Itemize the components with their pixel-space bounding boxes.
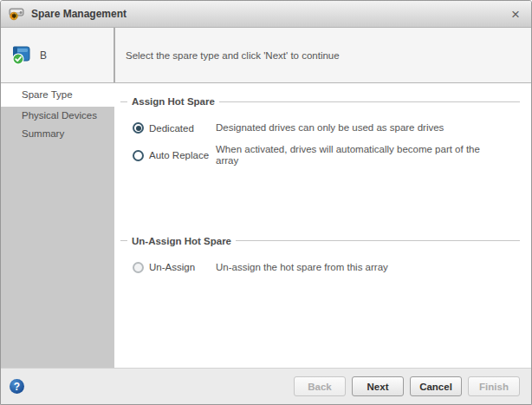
titlebar[interactable]: ✱ Spare Management × bbox=[1, 1, 531, 28]
radio-dedicated-label[interactable]: Dedicated bbox=[149, 123, 194, 134]
footer-bar: ? Back Next Cancel Finish bbox=[1, 368, 531, 404]
option-row-unassign: Un-Assign Un-assign the hot spare from t… bbox=[133, 262, 520, 274]
next-button[interactable]: Next bbox=[352, 376, 404, 396]
array-icon bbox=[11, 46, 32, 65]
option-row-dedicated: Dedicated Designated drives can only be … bbox=[133, 122, 520, 134]
array-name: B bbox=[40, 49, 47, 62]
spare-management-icon: ✱ bbox=[9, 7, 25, 21]
spare-management-window: ✱ Spare Management × B Select the spare … bbox=[0, 0, 532, 405]
radio-unassign[interactable] bbox=[133, 262, 144, 273]
window-title: Spare Management bbox=[31, 8, 127, 20]
unassign-hot-spare-title: Un-Assign Hot Spare bbox=[127, 236, 236, 246]
assign-hot-spare-title: Assign Hot Spare bbox=[127, 96, 219, 107]
wizard-instruction: Select the spare type and click 'Next' t… bbox=[126, 50, 340, 61]
auto-replace-description: When activated, drives will automaticall… bbox=[216, 144, 495, 167]
sidebar-item-physical-devices[interactable]: Physical Devices bbox=[1, 107, 114, 125]
radio-unassign-label[interactable]: Un-Assign bbox=[149, 262, 195, 272]
cancel-button[interactable]: Cancel bbox=[410, 376, 462, 396]
sidebar-item-summary[interactable]: Summary bbox=[1, 125, 114, 143]
array-identity: B bbox=[1, 28, 114, 82]
radio-auto-replace[interactable] bbox=[133, 150, 144, 161]
dedicated-description: Designated drives can only be used as sp… bbox=[216, 122, 444, 134]
finish-button[interactable]: Finish bbox=[468, 376, 520, 396]
unassign-hot-spare-section: Un-Assign Hot Spare Un-Assign Un-assign … bbox=[120, 236, 520, 274]
sidebar-item-spare-type[interactable]: Spare Type bbox=[1, 83, 114, 107]
back-button[interactable]: Back bbox=[294, 376, 346, 396]
wizard-buttons: Back Next Cancel Finish bbox=[294, 376, 520, 396]
option-row-auto-replace: Auto Replace When activated, drives will… bbox=[133, 144, 520, 167]
assign-hot-spare-section: Assign Hot Spare Dedicated Designated dr… bbox=[120, 96, 520, 167]
svg-text:✱: ✱ bbox=[11, 12, 17, 20]
radio-auto-replace-label[interactable]: Auto Replace bbox=[149, 150, 209, 160]
wizard-content: Assign Hot Spare Dedicated Designated dr… bbox=[114, 83, 531, 368]
unassign-description: Un-assign the hot spare from this array bbox=[216, 262, 388, 274]
close-icon[interactable]: × bbox=[508, 7, 523, 22]
wizard-steps-sidebar: Spare Type Physical Devices Summary bbox=[1, 83, 114, 368]
wizard-header: B Select the spare type and click 'Next'… bbox=[1, 28, 531, 83]
radio-dedicated[interactable] bbox=[133, 122, 144, 134]
help-icon[interactable]: ? bbox=[10, 379, 24, 394]
